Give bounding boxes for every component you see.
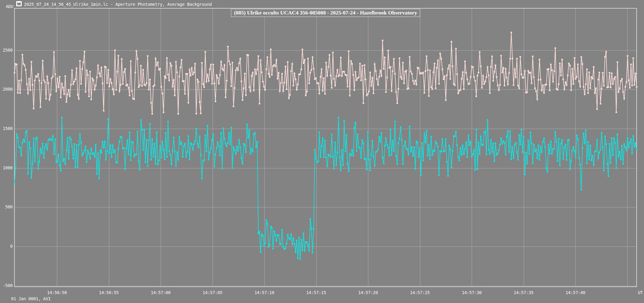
x-tick-label: 14:57:20 [351, 290, 385, 295]
x-tick-label: 14:57:30 [455, 290, 489, 295]
x-tick-label: 14:57:05 [196, 290, 230, 295]
x-tick-label: 14:57:00 [144, 290, 178, 295]
x-tick-label: 14:57:10 [247, 290, 281, 295]
window-title: 2025_07_24_14_56_45_Ulrike_1min.lc - Ape… [24, 2, 212, 7]
light-curve-plot-canvas[interactable] [0, 0, 644, 303]
x-tick-label: 14:56:55 [92, 290, 126, 295]
chart-annotation-box: (885) Ulrike occults UCAC4 356-085088 - … [231, 9, 420, 17]
y-tick-label: -500 [0, 283, 13, 288]
tangra-app-icon: M [16, 1, 22, 7]
footer-date-format-label: 01 Jan 0001, AVI [11, 296, 50, 301]
x-tick-label: 14:56:50 [40, 290, 74, 295]
y-tick-label: 1500 [0, 126, 13, 131]
y-axis-unit-label: ADU [6, 4, 13, 9]
x-tick-label: 14:57:25 [403, 290, 437, 295]
x-axis-unit-label: UT [638, 290, 643, 295]
y-tick-label: 0 [0, 244, 13, 249]
x-tick-label: 14:57:15 [299, 290, 333, 295]
x-tick-label: 14:57:40 [558, 290, 592, 295]
y-tick-label: 1000 [0, 165, 13, 170]
chart-title: (885) Ulrike occults UCAC4 356-085088 - … [234, 10, 417, 16]
y-tick-label: 500 [0, 204, 13, 209]
x-tick-label: 14:57:35 [507, 290, 541, 295]
y-tick-label: 2000 [0, 87, 13, 92]
y-tick-label: 2500 [0, 48, 13, 53]
lightcurve-viewer-window: ADU M 2025_07_24_14_56_45_Ulrike_1min.lc… [0, 0, 644, 303]
